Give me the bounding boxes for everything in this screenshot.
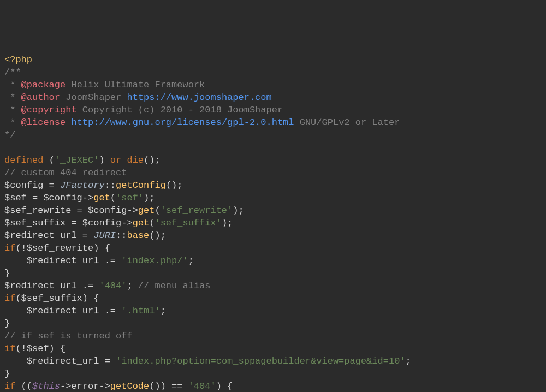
keyword-if: if [4,293,15,304]
comment: // custom 404 redirect [4,168,127,178]
keyword-if: if [4,381,21,391]
code-line: $redirect_url .= '404'; // menu alias [4,280,542,292]
brace: ) { [216,381,233,391]
doc-text: JoomShaper [60,92,127,103]
string: 'sef_suffix' [155,218,221,228]
comment: // if sef is turned off [4,331,133,341]
paren: ); [222,218,233,228]
keyword-or: or [110,155,127,165]
code-line: $redirect_url = JURI::base(); [4,229,542,242]
code: $sef_suffix = $config-> [4,218,133,228]
code-line: // if sef is turned off [4,330,542,342]
code: $redirect_url = [4,356,116,366]
paren: ( [155,205,160,216]
brace: } [4,268,10,278]
doc-tag-copyright: @copyright [21,105,77,115]
doc-star: * [4,80,21,90]
code-line: * @package Helix Ultimate Framework [4,79,542,91]
string: 'index.php?option=com_sppagebuilder&view… [116,356,406,366]
blank-line [4,141,542,154]
code-line: if (($this->error->getCode()) == '404') … [4,380,542,392]
scope: :: [105,180,116,191]
doc-star: * [4,117,21,128]
code-line: // custom 404 redirect [4,167,542,179]
code: (!$sef_rewrite) { [15,243,110,253]
paren: ); [233,205,244,216]
doc-tag-author: @author [21,92,60,103]
string: 'index.php/' [121,256,188,266]
code-line: $redirect_url = 'index.php?option=com_sp… [4,355,542,367]
doc-link: https://www.joomshaper.com [127,92,271,103]
function-name: getConfig [116,180,166,191]
code-line: <?php [4,54,542,66]
docblock-open: /** [4,67,21,78]
code-line: $redirect_url .= '.html'; [4,305,542,317]
semi: ; [406,356,411,366]
keyword-die: die [127,155,144,165]
string: 'sef' [116,193,144,203]
code-line: $sef = $config->get('sef'); [4,192,542,204]
code-line: /** [4,66,542,79]
class-name: JFactory [60,180,105,191]
code-line: * @copyright Copyright (c) 2010 - 2018 J… [4,104,542,116]
code: $sef_rewrite = $config-> [4,205,138,216]
code: $sef = $config-> [4,193,93,203]
function-name: base [127,230,149,241]
paren: ); [144,193,155,203]
paren: (); [149,230,166,241]
code-line: if(!$sef_rewrite) { [4,242,542,254]
string: '404' [99,281,127,291]
docblock-close: */ [4,130,15,140]
code-line: */ [4,129,542,141]
code-line: } [4,267,542,280]
comment: // menu alias [138,281,211,291]
string: 'sef_rewrite' [161,205,233,216]
scope: :: [116,230,127,241]
function-name: get [138,205,155,216]
code: (!$sef) { [15,343,66,354]
code: $redirect_url = [4,230,93,241]
keyword-if: if [4,343,15,354]
code-line: $sef_rewrite = $config->get('sef_rewrite… [4,204,542,217]
doc-text: GNU/GPLv2 or Later [294,117,400,128]
code: $config = [4,180,60,191]
string: '_JEXEC' [55,155,99,165]
doc-tag-license: @license [21,117,66,128]
code-line: $redirect_url .= 'index.php/'; [4,254,542,267]
paren: (( [21,381,32,391]
paren: (); [166,180,183,191]
code-editor[interactable]: <?php/** * @package Helix Ultimate Frame… [4,54,542,392]
paren: ) [99,155,110,165]
doc-space [66,117,71,128]
code: $redirect_url .= [4,256,121,266]
doc-text: Copyright (c) 2010 - 2018 JoomShaper [77,105,283,115]
doc-text: Helix Ultimate Framework [66,80,205,90]
paren: ( [149,218,155,228]
code-line: * @author JoomShaper https://www.joomsha… [4,91,542,104]
code-line: $config = JFactory::getConfig(); [4,179,542,192]
semi: ; [188,256,194,266]
code: $redirect_url .= [4,306,121,316]
doc-star: * [4,92,21,103]
doc-tag-package: @package [21,80,66,90]
function-name: get [133,218,150,228]
function-name: getCode [110,381,149,391]
doc-link: http://www.gnu.org/licenses/gpl-2.0.html [71,117,294,128]
string: '404' [188,381,216,391]
this-var: $this [32,381,60,391]
code: ($sef_suffix) { [15,293,99,304]
class-name: JURI [93,230,116,241]
keyword-if: if [4,243,15,253]
code-line: $sef_suffix = $config->get('sef_suffix')… [4,217,542,229]
keyword-defined: defined [4,155,49,165]
code-line: } [4,367,542,380]
brace: } [4,318,10,329]
code-line: if($sef_suffix) { [4,292,542,305]
function-name: get [93,193,110,203]
code-line: } [4,317,542,330]
paren: ( [49,155,55,165]
semi: ; [161,306,166,316]
php-open-tag: <?php [4,55,32,65]
brace: } [4,369,10,379]
code-line: if(!$sef) { [4,342,542,355]
